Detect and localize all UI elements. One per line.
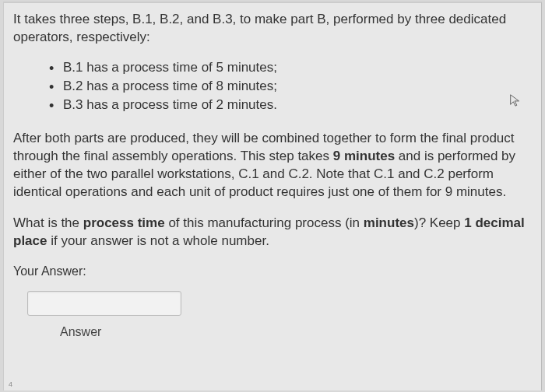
steps-list: B.1 has a process time of 5 minutes; B.2…: [49, 59, 529, 114]
text-part: if your answer is not a whole number.: [47, 233, 269, 248]
explanation-text: After both parts are produced, they will…: [13, 130, 529, 201]
your-answer-label: Your Answer:: [13, 263, 529, 280]
text-part: )? Keep: [414, 215, 464, 230]
question-card: It takes three steps, B.1, B.2, and B.3,…: [3, 2, 542, 390]
question-text: What is the process time of this manufac…: [13, 215, 529, 250]
list-item: B.3 has a process time of 2 minutes.: [49, 96, 529, 114]
text-part: of this manufacturing process (in: [165, 215, 364, 230]
corner-number: 4: [9, 380, 12, 389]
answer-input[interactable]: [27, 291, 181, 316]
answer-input-wrap: [27, 291, 529, 316]
bold-time: 9 minutes: [333, 149, 395, 163]
list-item: B.1 has a process time of 5 minutes;: [49, 59, 529, 77]
bold-term: minutes: [364, 215, 414, 230]
text-part: What is the: [13, 215, 83, 230]
list-item: B.2 has a process time of 8 minutes;: [49, 78, 529, 96]
bold-term: process time: [83, 215, 165, 230]
intro-text: It takes three steps, B.1, B.2, and B.3,…: [13, 11, 529, 47]
answer-field-label: Answer: [60, 324, 529, 341]
cursor-icon: [508, 93, 524, 109]
